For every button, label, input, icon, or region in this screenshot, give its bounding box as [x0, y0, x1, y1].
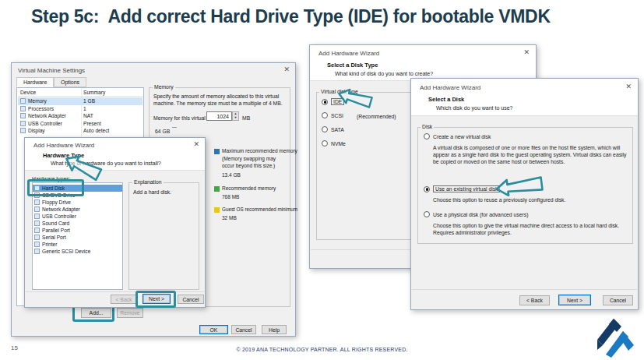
list-item-label: Parallel Port: [42, 228, 70, 233]
list-item-label: USB Controller: [42, 214, 76, 219]
radio-label: Use an existing virtual disk: [433, 185, 500, 192]
legend-max-value: 13.4 GB: [222, 172, 241, 179]
memory-value-input[interactable]: 1024: [206, 111, 232, 121]
radio-label: NVMe: [331, 141, 346, 146]
dialog-separator: [412, 289, 637, 290]
table-row-memory[interactable]: Memory 1 GB: [18, 97, 143, 105]
cancel-button[interactable]: Cancel: [603, 295, 633, 305]
memory-spinner[interactable]: ▲ ▼: [232, 111, 239, 121]
footer-copyright: © 2019 ANA TECHNOLOGY PARTNER. ALL RIGHT…: [0, 347, 644, 352]
legend-max-note: (Memory swapping may occur beyond this s…: [222, 156, 289, 170]
option-description: A virtual disk is composed of one or mor…: [433, 144, 628, 166]
table-row-display[interactable]: Display Auto detect: [18, 127, 143, 135]
dialog-heading: Hardware Type: [43, 152, 84, 159]
tab-hardware[interactable]: Hardware: [16, 77, 54, 87]
network-adapter-icon: [34, 206, 40, 212]
list-item-label: Floppy Drive: [42, 199, 71, 205]
dialog-title: Add Hardware Wizard: [420, 84, 480, 91]
dialog-subheading: What kind of disk do you want to create?: [335, 71, 433, 76]
legend-recommended-square: [214, 186, 220, 192]
radio-create-new-virtual-disk[interactable]: Create a new virtual disk: [424, 133, 491, 139]
option-description: Choose this option to reuse a previously…: [433, 196, 628, 203]
radio-label: IDE: [331, 98, 344, 105]
legend-minimum-value: 32 MB: [222, 215, 237, 222]
list-item-generic-scsi-device[interactable]: Generic SCSI Device: [33, 248, 122, 255]
list-item-cd-dvd-drive[interactable]: CD/DVD Drive: [33, 192, 122, 199]
generic-scsi-device-icon: [34, 249, 40, 254]
legend-recommended-value: 768 MB: [222, 194, 239, 201]
radio-ide[interactable]: IDE: [322, 98, 344, 105]
dialog-heading: Select a Disk Type: [327, 62, 378, 69]
radio-icon[interactable]: [424, 211, 430, 217]
list-item-floppy-drive[interactable]: Floppy Drive: [33, 199, 122, 206]
table-row-network-adapter[interactable]: Network Adapter NAT: [18, 112, 143, 120]
radio-label: SCSI: [331, 113, 343, 118]
memory-slider-tick: [172, 127, 177, 128]
device-cell: Network Adapter: [28, 113, 66, 118]
ok-button[interactable]: OK: [199, 325, 228, 334]
network-adapter-icon: [20, 113, 26, 118]
dialog-separator: [26, 291, 204, 292]
radio-sata[interactable]: SATA: [322, 126, 344, 132]
device-cell: Display: [28, 128, 45, 133]
radio-use-existing-virtual-disk[interactable]: Use an existing virtual disk: [424, 185, 500, 192]
radio-use-physical-disk[interactable]: Use a physical disk (for advanced users): [424, 211, 528, 217]
option-description: Choose this option to give the virtual m…: [433, 222, 628, 236]
list-item-usb-controller[interactable]: USB Controller: [33, 213, 122, 220]
radio-selected-icon[interactable]: [424, 186, 430, 192]
summary-cell: Auto detect: [83, 128, 109, 133]
cancel-button[interactable]: Cancel: [231, 325, 256, 334]
slide: Step 5c: Add correct Hard Drive Type (ID…: [0, 0, 644, 360]
list-item-serial-port[interactable]: Serial Port: [33, 234, 122, 241]
page-title: Step 5c: Add correct Hard Drive Type (ID…: [31, 6, 551, 27]
radio-nvme[interactable]: NVMe: [322, 140, 346, 146]
radio-icon[interactable]: [322, 126, 328, 132]
usb-controller-icon: [20, 121, 26, 126]
back-button[interactable]: < Back: [111, 295, 137, 304]
radio-icon[interactable]: [322, 112, 328, 118]
explanation-group-box: [128, 182, 199, 290]
summary-cell: 1 GB: [83, 98, 95, 104]
sound-card-icon: [34, 221, 40, 226]
remove-button[interactable]: Remove: [117, 308, 143, 318]
processors-icon: [20, 106, 26, 111]
device-cell: USB Controller: [28, 121, 62, 126]
summary-cell: 1: [83, 106, 86, 111]
close-icon[interactable]: ✕: [523, 49, 530, 56]
ana-logo: [593, 316, 639, 360]
next-button[interactable]: Next >: [558, 295, 591, 305]
radio-scsi[interactable]: SCSI: [322, 112, 343, 118]
tab-options[interactable]: Options: [54, 77, 86, 87]
list-item-network-adapter[interactable]: Network Adapter: [33, 206, 122, 213]
table-row-usb-controller[interactable]: USB Controller Present: [18, 120, 143, 128]
list-item-hard-disk[interactable]: Hard Disk: [33, 185, 122, 192]
explanation-label: Explanation: [132, 179, 164, 185]
radio-icon[interactable]: [424, 133, 430, 139]
cancel-button[interactable]: Cancel: [178, 295, 204, 304]
list-item-parallel-port[interactable]: Parallel Port: [33, 227, 122, 234]
list-item-printer[interactable]: Printer: [33, 241, 122, 248]
close-icon[interactable]: ✕: [283, 66, 290, 73]
radio-label: SATA: [331, 127, 344, 132]
add-button[interactable]: Add...: [81, 308, 111, 318]
help-button[interactable]: Help: [262, 325, 287, 334]
table-header-row: Device Summary: [18, 89, 143, 97]
table-row-processors[interactable]: Processors 1: [18, 105, 143, 113]
legend-max-square: [214, 149, 220, 154]
radio-label: Use a physical disk (for advanced users): [433, 212, 528, 217]
spinner-down-icon[interactable]: ▼: [233, 116, 238, 120]
back-button[interactable]: < Back: [519, 295, 550, 305]
legend-minimum-label: Guest OS recommended minimum: [222, 206, 297, 214]
list-item-label: CD/DVD Drive: [42, 192, 76, 198]
device-cell: Processors: [28, 106, 54, 111]
summary-cell: NAT: [83, 113, 93, 118]
radio-selected-icon[interactable]: [322, 99, 328, 105]
radio-icon[interactable]: [322, 140, 328, 146]
close-icon[interactable]: ✕: [193, 141, 199, 148]
list-item-sound-card[interactable]: Sound Card: [33, 220, 122, 227]
close-icon[interactable]: ✕: [625, 83, 632, 90]
next-button[interactable]: Next >: [143, 294, 171, 304]
memory-description: Specify the amount of memory allocated t…: [153, 93, 287, 107]
add-hardware-wizard-hardware-type: Add Hardware Wizard ✕ Hardware Type What…: [24, 137, 206, 308]
summary-column-header: Summary: [83, 90, 105, 95]
